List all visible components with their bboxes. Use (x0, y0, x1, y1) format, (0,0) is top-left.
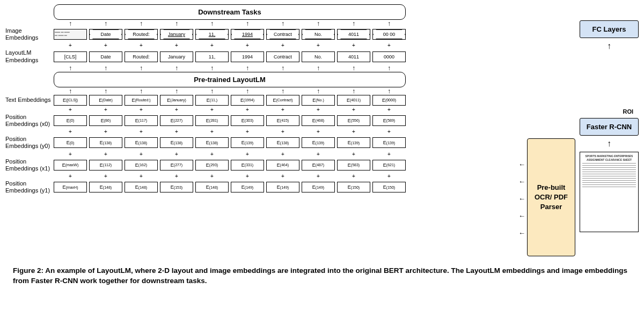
image-embeddings-row: Image Embeddings ▬▬ ▬ ▬▬▬ ▬▬ ▬ Date Rout… (5, 27, 514, 41)
arrow-row: ↑↑↑↑↑↑↑↑↑↑ (54, 65, 514, 71)
label-layoutlm-emb: LayoutLM Embeddings (5, 49, 54, 63)
text-emb-token: E(Date) (89, 95, 122, 106)
pos-y1-token: E(150) (372, 182, 406, 192)
pos-y0-token: E(139) (372, 137, 406, 148)
pos-y0-token: E(139) (337, 137, 370, 148)
pos-y1-token: E(maxH) (54, 182, 87, 192)
text-emb-token: E(Contract) (266, 95, 299, 106)
layoutlm-token: January (160, 51, 193, 62)
img-emb-token: Contract (266, 29, 299, 40)
pos-x1-token: E(277) (160, 160, 193, 171)
cls-image-thumb: ▬▬ ▬ ▬▬▬ ▬▬ ▬ (54, 29, 87, 40)
layoutlm-token: Routed: (125, 51, 158, 62)
text-emb-token: E(Routed:) (125, 95, 158, 106)
arrow-row: ↑↑↑↑↑↑↑↑↑↑ (54, 88, 514, 94)
main-architecture: Downstream Tasks ↑↑↑↑↑↑↑↑↑↑ Image Embedd… (5, 4, 514, 256)
img-emb-token: 4011 (337, 29, 370, 40)
pos-x1-token: E(112) (89, 160, 122, 171)
up-arrow-icon: ↑ (607, 41, 611, 51)
label-image-emb: Image Embeddings (5, 27, 54, 41)
pretrained-layoutlm-box: Pre-trained LayoutLM (54, 72, 406, 87)
pos-x0-token: E(303) (231, 115, 264, 126)
pos-x0-token: E(117) (125, 115, 158, 126)
label-x0: Position Embeddings (x0) (5, 114, 54, 128)
pos-x1-token: E(maxW) (54, 160, 87, 171)
y0-embeddings-row: Position Embeddings (y0) E(0)E(138)E(138… (5, 136, 514, 150)
pos-x0-token: E(227) (160, 115, 193, 126)
text-emb-token: E(1994) (231, 95, 264, 106)
text-emb-token: E(11,) (195, 95, 229, 106)
pos-y1-token: E(149) (266, 182, 299, 192)
pos-y1-token: E(153) (160, 182, 193, 192)
layoutlm-embeddings-row: LayoutLM Embeddings [CLS] Date Routed: J… (5, 49, 514, 63)
layoutlm-token: No. (302, 51, 335, 62)
arrow-row: ↑↑↑↑↑↑↑↑↑↑ (54, 20, 514, 27)
pos-y1-token: E(150) (337, 182, 370, 192)
img-emb-token: 1994 (231, 29, 264, 40)
x0-embeddings-row: Position Embeddings (x0) E(0)E(86)E(117)… (5, 114, 514, 128)
roi-label: ROI (623, 108, 633, 115)
faster-rcnn-box: Faster R-CNN (580, 118, 639, 136)
pos-x0-token: E(0) (54, 115, 87, 126)
img-emb-token: No. (302, 29, 335, 40)
pos-y0-token: E(139) (302, 137, 335, 148)
layoutlm-token: 1994 (231, 51, 264, 62)
pos-y1-token: E(149) (231, 182, 264, 192)
plus-row: ++++++++++ (54, 42, 514, 48)
ocr-arrows: ←←←←← (518, 161, 525, 236)
text-emb-token: E(0000) (372, 95, 406, 106)
pos-x0-token: E(415) (266, 115, 299, 126)
pos-y0-token: E(138) (125, 137, 158, 148)
pos-x1-token: E(293) (195, 160, 229, 171)
plus-row: ++++++++++ (54, 129, 514, 135)
text-emb-token: E(January) (160, 95, 193, 106)
pos-x0-token: E(86) (89, 115, 122, 126)
pos-x1-token: E(621) (372, 160, 406, 171)
pos-y0-token: E(138) (160, 137, 193, 148)
label-y0: Position Embeddings (y0) (5, 136, 54, 150)
figure-caption: Figure 2: An example of LayoutLM, where … (0, 261, 644, 286)
pos-y0-token: E(138) (266, 137, 299, 148)
text-embeddings-row: Text Embeddings E([CLS])E(Date)E(Routed:… (5, 95, 514, 106)
label-x1: Position Embeddings (x1) (5, 158, 54, 172)
label-text-emb: Text Embeddings (5, 97, 54, 103)
pos-y1-token: E(148) (195, 182, 229, 192)
pos-x0-token: E(556) (337, 115, 370, 126)
fc-layers-box: FC Layers (580, 20, 639, 38)
plus-row: ++++++++++ (54, 107, 514, 113)
layoutlm-token: [CLS] (54, 51, 87, 62)
text-emb-token: E(4011) (337, 95, 370, 106)
y1-embeddings-row: Position Embeddings (y1) E(maxH)E(148)E(… (5, 180, 514, 194)
pos-x1-token: E(583) (337, 160, 370, 171)
img-emb-token: 00 00 (372, 29, 406, 40)
label-y1: Position Embeddings (y1) (5, 180, 54, 194)
downstream-tasks-box: Downstream Tasks (54, 4, 406, 20)
pos-x0-token: E(468) (302, 115, 335, 126)
plus-row: ++++++++++ (54, 173, 514, 179)
text-emb-token: E([CLS]) (54, 95, 87, 106)
x1-embeddings-row: Position Embeddings (x1) E(maxW)E(112)E(… (5, 158, 514, 172)
pos-x1-token: E(162) (125, 160, 158, 171)
pos-y0-token: E(138) (89, 137, 122, 148)
pos-y0-token: E(0) (54, 137, 87, 148)
text-emb-token: E(No.) (302, 95, 335, 106)
pos-y0-token: E(138) (195, 137, 229, 148)
pos-x0-token: E(589) (372, 115, 406, 126)
up-arrow-icon: ↑ (607, 139, 611, 149)
img-emb-token: Date (89, 29, 122, 40)
pos-x0-token: E(281) (195, 115, 229, 126)
pos-y1-token: E(148) (89, 182, 122, 192)
ocr-parser-box: Pre-built OCR/ PDF Parser (527, 138, 575, 256)
pos-y1-token: E(148) (125, 182, 158, 192)
img-emb-token: 11, (195, 29, 229, 40)
plus-row: ++++++++++ (54, 151, 514, 157)
img-emb-token: January (160, 29, 193, 40)
layoutlm-token: Contract (266, 51, 299, 62)
layoutlm-token: 0000 (372, 51, 406, 62)
document-thumbnail: SPORTS MARKETING ENTERPRISESASSIGNMENT C… (580, 152, 639, 232)
layoutlm-token: 11, (195, 51, 229, 62)
pos-y0-token: E(139) (231, 137, 264, 148)
layoutlm-token: 4011 (337, 51, 370, 62)
layoutlm-token: Date (89, 51, 122, 62)
pos-x1-token: E(487) (302, 160, 335, 171)
